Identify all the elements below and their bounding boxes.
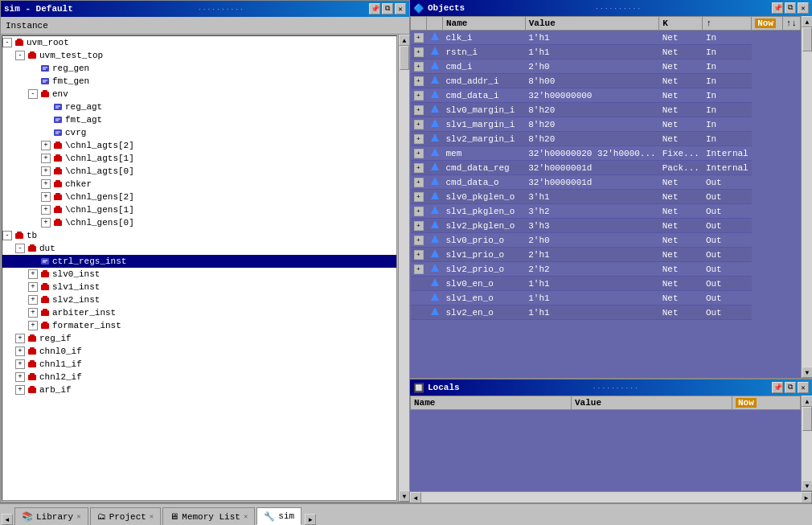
tree-item[interactable]: +\chnl_agts[2]: [2, 139, 396, 152]
tree-item[interactable]: +slv1_inst: [2, 281, 396, 293]
table-row[interactable]: +slv1_prio_o2'h1NetOut: [411, 248, 801, 262]
row-expand-btn[interactable]: +: [414, 33, 424, 43]
row-expand-btn[interactable]: +: [414, 265, 424, 274]
tree-item[interactable]: +\chnl_gens[2]: [2, 191, 396, 203]
tree-item[interactable]: ctrl_regs_inst: [2, 255, 396, 268]
table-row[interactable]: +rstn_i1'h1NetIn: [411, 45, 801, 59]
tab-sim[interactable]: 🔧 sim: [256, 507, 301, 525]
table-row[interactable]: +slv2_margin_i8'h20NetIn: [411, 132, 801, 146]
table-row[interactable]: +slv1_pkglen_o3'h2NetOut: [411, 204, 801, 219]
locals-scrollbar-h[interactable]: ◄ ►: [410, 491, 812, 502]
row-expand-cell[interactable]: +: [411, 117, 427, 132]
objects-scroll-down[interactable]: ▼: [802, 367, 812, 378]
table-row[interactable]: +slv1_margin_i8'h20NetIn: [411, 117, 801, 132]
row-expand-cell[interactable]: +: [411, 103, 427, 117]
table-row[interactable]: slv2_en_o1'h1NetOut: [411, 306, 801, 320]
expand-button[interactable]: +: [28, 295, 38, 305]
expand-button[interactable]: +: [41, 141, 51, 150]
objects-restore-btn[interactable]: ⧉: [785, 2, 796, 14]
expand-button[interactable]: +: [28, 282, 38, 292]
tree-item[interactable]: -uvm_test_top: [2, 49, 396, 62]
objects-close-btn[interactable]: ✕: [798, 2, 809, 14]
expand-button[interactable]: -: [28, 89, 38, 99]
expand-button[interactable]: +: [41, 179, 51, 189]
row-expand-btn[interactable]: +: [414, 236, 424, 245]
row-expand-btn[interactable]: +: [414, 62, 424, 72]
objects-scroll-up[interactable]: ▲: [802, 16, 812, 27]
tree-item[interactable]: +reg_if: [2, 332, 396, 345]
expand-button[interactable]: +: [15, 385, 25, 395]
row-expand-cell[interactable]: [411, 277, 427, 291]
expand-button[interactable]: +: [41, 154, 51, 163]
row-expand-btn[interactable]: +: [414, 120, 424, 129]
expand-button[interactable]: -: [15, 244, 25, 253]
tab-scroll-right[interactable]: ►: [305, 514, 316, 525]
tab-scroll-left[interactable]: ◄: [2, 514, 13, 525]
table-row[interactable]: +cmd_data_reg32'h0000001dPack...Internal: [411, 161, 801, 175]
row-expand-btn[interactable]: +: [414, 91, 424, 100]
scroll-up-btn[interactable]: ▲: [399, 35, 410, 46]
instance-tree[interactable]: -uvm_root-uvm_test_topreg_genfmt_gen-env…: [2, 35, 397, 501]
tree-item[interactable]: +\chnl_gens[0]: [2, 216, 396, 229]
tree-item[interactable]: +slv2_inst: [2, 293, 396, 306]
row-expand-btn[interactable]: +: [414, 207, 424, 216]
tree-item[interactable]: -dut: [2, 242, 396, 255]
objects-scrollbar-v[interactable]: ▲ ▼: [801, 16, 812, 378]
expand-button[interactable]: +: [28, 308, 38, 318]
expand-button[interactable]: +: [15, 334, 25, 343]
project-close[interactable]: ✕: [150, 512, 154, 521]
tree-item[interactable]: +formater_inst: [2, 319, 396, 332]
table-row[interactable]: slv1_en_o1'h1NetOut: [411, 291, 801, 306]
tree-item[interactable]: +chnl1_if: [2, 358, 396, 371]
tree-item[interactable]: fmt_agt: [2, 113, 396, 126]
restore-button[interactable]: ⧉: [382, 3, 393, 14]
row-expand-cell[interactable]: +: [411, 74, 427, 88]
row-expand-cell[interactable]: +: [411, 190, 427, 204]
col-value-header[interactable]: Value: [525, 17, 658, 31]
row-expand-cell[interactable]: +: [411, 248, 427, 262]
table-row[interactable]: +slv0_pkglen_o3'h1NetOut: [411, 190, 801, 204]
expand-button[interactable]: +: [41, 205, 51, 215]
table-row[interactable]: +slv2_prio_o2'h2NetOut: [411, 262, 801, 277]
locals-scroll-down[interactable]: ▼: [802, 480, 812, 491]
scrollbar-thumb[interactable]: [400, 46, 409, 70]
locals-close-btn[interactable]: ✕: [798, 382, 809, 393]
tree-item[interactable]: fmt_gen: [2, 75, 396, 88]
close-left-button[interactable]: ✕: [395, 3, 406, 14]
row-expand-btn[interactable]: +: [414, 178, 424, 187]
tree-item[interactable]: cvrg: [2, 126, 396, 139]
row-expand-btn[interactable]: +: [414, 192, 424, 202]
tab-memory-list[interactable]: 🖥 Memory List ✕: [162, 507, 255, 525]
col-k-header[interactable]: K: [659, 17, 703, 31]
table-row[interactable]: +slv2_pkglen_o3'h3NetOut: [411, 219, 801, 233]
locals-scroll-left[interactable]: ◄: [410, 492, 421, 502]
tree-item[interactable]: +arbiter_inst: [2, 306, 396, 319]
locals-col-name[interactable]: Name: [411, 396, 572, 410]
tree-item[interactable]: -uvm_root: [2, 36, 396, 49]
expand-button[interactable]: -: [2, 231, 12, 240]
tree-item[interactable]: +\chnl_agts[1]: [2, 152, 396, 165]
locals-scroll-right[interactable]: ►: [801, 492, 812, 502]
table-row[interactable]: +slv0_margin_i8'h20NetIn: [411, 103, 801, 117]
col-up-header[interactable]: ↑: [703, 17, 752, 31]
table-row[interactable]: +cmd_data_o32'h0000001dNetOut: [411, 175, 801, 190]
row-expand-btn[interactable]: +: [414, 163, 424, 173]
locals-restore-btn[interactable]: ⧉: [785, 382, 796, 393]
locals-table-area[interactable]: Name Value Now: [410, 396, 801, 491]
tree-item[interactable]: +arb_if: [2, 383, 396, 396]
objects-scroll-thumb[interactable]: [802, 27, 812, 51]
row-expand-btn[interactable]: +: [414, 134, 424, 144]
tree-item[interactable]: reg_agt: [2, 100, 396, 113]
memory-list-close[interactable]: ✕: [244, 512, 248, 521]
expand-button[interactable]: +: [28, 269, 38, 279]
row-expand-cell[interactable]: +: [411, 175, 427, 190]
row-expand-cell[interactable]: +: [411, 59, 427, 74]
row-expand-btn[interactable]: +: [414, 149, 424, 158]
row-expand-cell[interactable]: +: [411, 45, 427, 59]
tab-library[interactable]: 📚 Library ✕: [14, 507, 88, 525]
expand-button[interactable]: +: [41, 192, 51, 202]
table-row[interactable]: +cmd_addr_i8'h00NetIn: [411, 74, 801, 88]
row-expand-btn[interactable]: +: [414, 221, 424, 231]
tree-item[interactable]: +chnl0_if: [2, 345, 396, 358]
tab-project[interactable]: 🗂 Project ✕: [90, 507, 162, 525]
